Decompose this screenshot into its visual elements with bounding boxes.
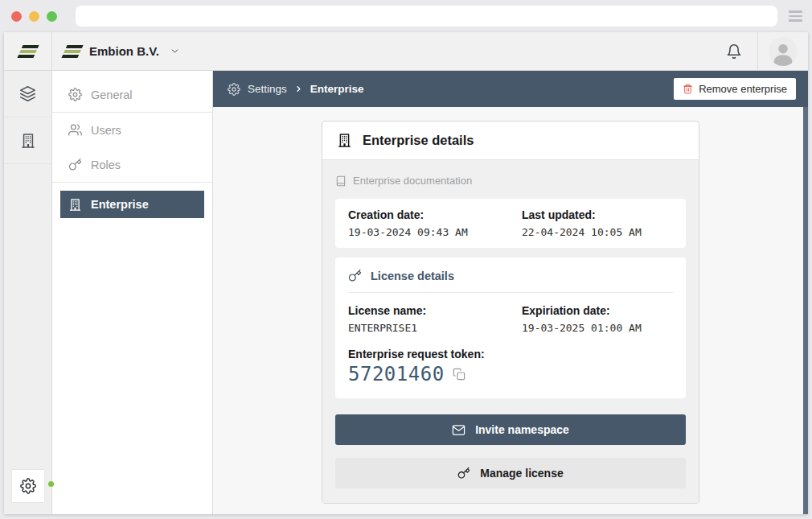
- avatar-cell: [758, 37, 808, 66]
- key-icon: [348, 269, 362, 282]
- creation-date-value: 19-03-2024 09:43 AM: [348, 226, 522, 238]
- sidebar-item-label: Users: [91, 124, 121, 137]
- book-icon: [335, 175, 347, 187]
- license-details-card: License details License name: ENTERPRISE…: [335, 257, 686, 398]
- request-token-label: Enterprise request token:: [348, 348, 673, 360]
- enterprise-details-card: Enterprise details Enterprise documentat…: [322, 121, 699, 504]
- app-window: Embion B.V.: [4, 32, 808, 514]
- creation-date-field: Creation date: 19-03-2024 09:43 AM: [348, 208, 522, 238]
- last-updated-field: Last updated: 22-04-2024 10:05 AM: [522, 208, 673, 238]
- rail-item-namespaces[interactable]: [4, 71, 51, 117]
- copy-token-button[interactable]: [453, 368, 465, 381]
- rail-item-settings-active[interactable]: [12, 470, 44, 502]
- remove-enterprise-button[interactable]: Remove enterprise: [674, 78, 796, 100]
- sidebar-divider: [52, 182, 212, 183]
- close-window-button[interactable]: [11, 11, 22, 22]
- trash-icon: [683, 84, 693, 94]
- app-header: Embion B.V.: [4, 32, 808, 71]
- embion-logo-icon: [61, 43, 84, 60]
- key-icon: [457, 467, 470, 480]
- chevron-down-icon: [170, 46, 180, 56]
- dates-card: Creation date: 19-03-2024 09:43 AM Last …: [335, 199, 686, 248]
- invite-namespace-button[interactable]: Invite namespace: [335, 414, 686, 445]
- person-icon: [770, 40, 796, 66]
- org-switcher[interactable]: Embion B.V.: [52, 43, 180, 60]
- manage-license-button[interactable]: Manage license: [335, 458, 686, 488]
- license-details-header: License details: [348, 269, 673, 282]
- url-bar[interactable]: [76, 6, 777, 27]
- key-icon: [68, 158, 82, 171]
- request-token-value: 57201460: [348, 363, 445, 385]
- breadcrumb-bar: Settings Enterprise Remove enterprise: [213, 71, 808, 107]
- embion-logo-icon: [16, 43, 39, 60]
- card-header: Enterprise details: [322, 122, 699, 160]
- gear-icon: [228, 83, 240, 96]
- mail-icon: [452, 423, 465, 437]
- request-token-row: 57201460: [348, 363, 673, 385]
- main-area: Settings Enterprise Remove enterprise En…: [213, 71, 808, 514]
- sidebar-item-label: Roles: [91, 159, 121, 171]
- sidebar-item-label: General: [91, 89, 133, 101]
- org-name: Embion B.V.: [89, 44, 159, 58]
- content-area: Enterprise details Enterprise documentat…: [213, 107, 808, 514]
- manage-license-label: Manage license: [480, 467, 564, 480]
- license-name-value: ENTERPRISE1: [348, 322, 522, 334]
- bell-icon: [726, 43, 742, 60]
- divider: [348, 292, 673, 293]
- building-icon: [337, 133, 352, 148]
- window-controls: [11, 11, 57, 22]
- rail-item-enterprise[interactable]: [4, 117, 51, 164]
- icon-rail: [4, 71, 52, 514]
- app-logo-cell: [4, 32, 52, 70]
- building-icon: [20, 133, 36, 149]
- expiration-date-field: Expiriation date: 19-03-2025 01:00 AM: [522, 304, 673, 334]
- browser-menu-icon[interactable]: [789, 9, 802, 23]
- expiration-date-value: 19-03-2025 01:00 AM: [522, 322, 673, 334]
- vertical-scrollbar[interactable]: [803, 107, 808, 514]
- notifications-button[interactable]: [711, 43, 757, 60]
- doc-link-label: Enterprise documentation: [353, 175, 472, 187]
- last-updated-label: Last updated:: [522, 208, 673, 221]
- invite-namespace-label: Invite namespace: [475, 423, 569, 436]
- license-name-field: License name: ENTERPRISE1: [348, 304, 522, 334]
- building-icon: [68, 198, 82, 212]
- user-avatar[interactable]: [769, 37, 798, 66]
- users-icon: [68, 123, 82, 137]
- breadcrumb-enterprise[interactable]: Enterprise: [310, 83, 364, 95]
- minimize-window-button[interactable]: [29, 11, 39, 22]
- license-details-title: License details: [371, 270, 454, 282]
- browser-chrome: [0, 0, 812, 32]
- sidebar-item-users[interactable]: Users: [52, 113, 212, 147]
- copy-icon: [453, 368, 465, 381]
- status-dot: [48, 481, 54, 487]
- maximize-window-button[interactable]: [47, 11, 57, 22]
- sidebar-item-label: Enterprise: [91, 198, 149, 211]
- creation-date-label: Creation date:: [348, 208, 522, 221]
- sidebar-item-general[interactable]: General: [52, 77, 212, 112]
- card-title: Enterprise details: [363, 133, 474, 148]
- sidebar-item-enterprise[interactable]: Enterprise: [60, 191, 204, 218]
- sidebar-item-roles[interactable]: Roles: [52, 147, 212, 182]
- license-name-label: License name:: [348, 304, 522, 317]
- gear-icon: [68, 88, 82, 101]
- enterprise-documentation-link[interactable]: Enterprise documentation: [335, 175, 472, 187]
- settings-sidebar: General Users Roles Enterprise: [52, 71, 213, 514]
- gear-icon: [20, 478, 36, 494]
- remove-enterprise-label: Remove enterprise: [699, 83, 787, 95]
- expiration-date-label: Expiriation date:: [522, 304, 673, 317]
- last-updated-value: 22-04-2024 10:05 AM: [522, 226, 673, 238]
- layers-icon: [19, 85, 36, 102]
- card-body: Enterprise documentation Creation date: …: [322, 160, 699, 503]
- breadcrumb-settings[interactable]: Settings: [248, 83, 287, 95]
- chevron-right-icon: [294, 84, 303, 93]
